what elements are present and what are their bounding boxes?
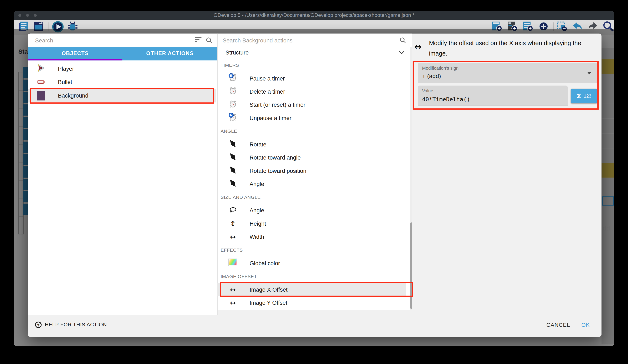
action-item-rotate[interactable]: Rotate [217,138,406,151]
action-label: Height [250,217,266,230]
help-link[interactable]: HELP FOR THIS ACTION [45,318,107,332]
scrollbar-thumb[interactable] [410,222,412,309]
window-title: GDevelop 5 - /Users/dkarakay/Documents/G… [14,11,614,20]
action-item-delete-a-timer[interactable]: Delete a timer [217,85,406,98]
section-header-angle: ANGLE [221,124,237,138]
action-label: Width [250,230,264,243]
modification-sign-select[interactable]: Modification's sign + (add) [418,63,597,83]
action-item-unpause-a-timer[interactable]: Unpause a timer [217,112,406,124]
value-input[interactable]: Value 40*TimeDelta() [418,86,568,106]
action-label: Rotate toward angle [250,151,301,164]
tab-objects[interactable]: OBJECTS [28,47,122,60]
action-item-rotate-toward-position[interactable]: Rotate toward position [217,164,406,177]
tab-other-actions[interactable]: OTHER ACTIONS [122,47,217,60]
chevron-down-icon [399,51,404,54]
value-field-value: 40*TimeDelta() [422,96,470,103]
ok-button[interactable]: OK [574,318,597,332]
actions-list: TIMERS Pause a timer Delete a timer Star… [217,59,409,310]
action-item-image-x-offset[interactable]: ↔Image X Offset [217,283,406,296]
dropdown-caret-icon[interactable] [587,72,591,74]
action-item-image-y-offset[interactable]: ↔Image Y Offset [217,296,406,309]
action-group-value: Structure [226,47,249,59]
action-item-angle[interactable]: Angle [217,204,406,217]
action-item-start-or-reset-a-timer[interactable]: Start (or reset) a timer [217,98,406,111]
section-header-image-offset: IMAGE OFFSET [221,270,257,283]
action-label: Rotate [250,138,266,151]
width-arrow-icon: ↔ [228,233,238,241]
action-label: Pause a timer [250,72,285,85]
action-description: Modify the offset used on the X axis whe… [429,38,594,59]
expression-123-label: 123 [584,94,591,98]
help-icon[interactable]: ? [35,322,41,328]
object-item-bullet[interactable]: Bullet [28,75,216,89]
height-arrow-icon: ↕ [228,220,238,228]
action-item-width[interactable]: ↔Width [217,230,406,243]
player-ship-icon [35,64,46,74]
action-item-height[interactable]: ↕Height [217,217,406,230]
bullet-icon [35,79,46,86]
action-search-field[interactable] [223,34,398,47]
objects-list: PlayerBulletBackground [28,60,217,315]
sign-field-value: + (add) [422,73,441,79]
alarm-clock-icon [228,86,238,97]
action-label: Angle [250,204,264,217]
action-search-input[interactable] [223,34,398,47]
section-header-timers: TIMERS [221,59,239,72]
global-color-icon [228,258,238,268]
sigma-icon: Σ [577,92,581,100]
action-group-select[interactable]: Structure [217,47,412,59]
object-label: Player [58,62,74,75]
action-item-global-color[interactable]: Global color [217,257,406,270]
action-label: Angle [250,178,264,190]
action-label: Delete a timer [250,85,285,98]
action-editor-dialog: OBJECTS OTHER ACTIONS PlayerBulletBackgr… [28,34,601,337]
search-icon [206,37,212,45]
filter-icon[interactable] [195,37,201,43]
background-swatch-icon [35,91,46,101]
object-label: Background [58,89,88,102]
action-label: Global color [250,257,280,270]
unpause-timer-icon [228,113,238,123]
rotate-arrow-icon [228,140,238,149]
expression-editor-button[interactable]: Σ 123 [571,89,597,103]
object-label: Bullet [58,75,72,89]
object-item-background[interactable]: Background [28,89,216,102]
action-label: Unpause a timer [250,112,292,124]
screenshot-stage: GDevelop 5 - /Users/dkarakay/Documents/G… [0,0,628,364]
left-panel-tabs: OBJECTS OTHER ACTIONS [28,47,217,60]
value-field-label: Value [422,88,433,93]
action-item-rotate-toward-angle[interactable]: Rotate toward angle [217,151,406,164]
action-item-angle[interactable]: Angle [217,178,406,190]
action-label: Rotate toward position [250,164,307,177]
width-arrow-icon: ↔ [228,299,238,307]
search-icon [399,37,406,45]
section-header-effects: EFFECTS [221,243,243,256]
rotate-arrow-icon [228,153,238,162]
rotate-arrow-icon [228,179,238,189]
object-search-field[interactable] [35,34,190,47]
sign-field-label: Modification's sign [422,65,459,70]
section-header-size-and-angle: SIZE AND ANGLE [221,190,260,204]
object-search-input[interactable] [35,34,190,47]
action-label: Start (or reset) a timer [250,98,306,111]
rotate-arrow-icon [228,166,238,176]
alarm-clock-icon [228,100,238,110]
horizontal-offset-icon: ↔ [414,42,421,52]
object-item-player[interactable]: Player [28,62,216,75]
pause-timer-icon [228,73,238,84]
width-arrow-icon: ↔ [228,286,238,294]
action-item-pause-a-timer[interactable]: Pause a timer [217,72,406,85]
cancel-button[interactable]: CANCEL [540,318,577,332]
title-bar: GDevelop 5 - /Users/dkarakay/Documents/G… [14,11,614,20]
action-label: Image X Offset [250,283,288,296]
action-label: Image Y Offset [250,296,287,309]
angle-ellipse-icon [228,205,238,215]
